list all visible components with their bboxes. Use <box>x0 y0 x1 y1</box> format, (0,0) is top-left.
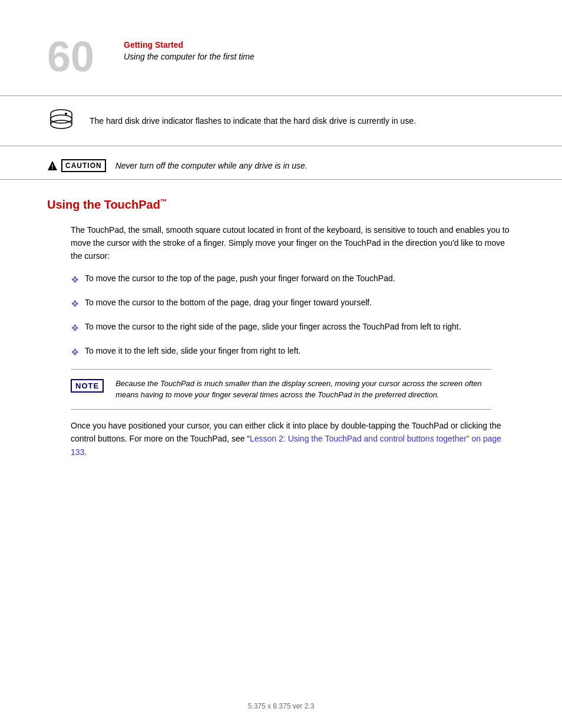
footer-text: 5.375 x 8.375 ver 2.3 <box>248 702 315 710</box>
caution-badge-group: ! CAUTION <box>47 159 106 172</box>
note-section: NOTE Because the TouchPad is much smalle… <box>71 369 491 410</box>
list-item: ❖ To move the cursor to the right side o… <box>71 321 515 335</box>
page-footer: 5.375 x 8.375 ver 2.3 <box>0 702 562 710</box>
header-section: 60 Getting Started Using the computer fo… <box>0 0 562 90</box>
closing-paragraph: Once you have positioned your cursor, yo… <box>71 419 515 459</box>
list-item: ❖ To move the cursor to the top of the p… <box>71 272 515 287</box>
bullet-diamond-icon: ❖ <box>71 273 79 287</box>
page-number: 60 <box>47 35 106 78</box>
bullet-diamond-icon: ❖ <box>71 297 79 311</box>
caution-label: CAUTION <box>61 159 106 172</box>
main-content: Using the TouchPad™ The TouchPad, the sm… <box>0 186 562 470</box>
note-text: Because the TouchPad is much smaller tha… <box>115 378 491 401</box>
bullet-text-3: To move the cursor to the right side of … <box>85 321 461 333</box>
bullet-text-1: To move the cursor to the top of the pag… <box>85 272 395 285</box>
category-title: Getting Started <box>124 40 254 50</box>
svg-point-6 <box>65 113 67 115</box>
list-item: ❖ To move it to the left side, slide you… <box>71 345 515 360</box>
hdd-section: The hard disk drive indicator flashes to… <box>0 95 562 146</box>
caution-section: ! CAUTION Never turn off the computer wh… <box>0 152 562 180</box>
page-container: 60 Getting Started Using the computer fo… <box>0 0 562 728</box>
bullet-diamond-icon: ❖ <box>71 321 79 335</box>
hard-disk-icon <box>47 107 75 135</box>
touchpad-intro: The TouchPad, the small, smooth square c… <box>71 223 515 263</box>
header-text: Getting Started Using the computer for t… <box>124 35 254 61</box>
subtitle: Using the computer for the first time <box>124 52 254 61</box>
list-item: ❖ To move the cursor to the bottom of th… <box>71 297 515 311</box>
bullet-diamond-icon: ❖ <box>71 345 79 360</box>
bullet-text-4: To move it to the left side, slide your … <box>85 345 301 357</box>
touchpad-section-title: Using the TouchPad™ <box>47 197 515 212</box>
bullet-text-2: To move the cursor to the bottom of the … <box>85 297 372 309</box>
closing-text-2: . <box>84 447 87 457</box>
svg-text:!: ! <box>51 164 53 170</box>
touchpad-bullet-list: ❖ To move the cursor to the top of the p… <box>71 272 515 360</box>
caution-text: Never turn off the computer while any dr… <box>115 161 308 170</box>
note-label: NOTE <box>71 379 104 393</box>
hdd-description: The hard disk drive indicator flashes to… <box>90 115 416 127</box>
svg-point-4 <box>51 120 72 129</box>
caution-triangle-icon: ! <box>47 160 58 171</box>
